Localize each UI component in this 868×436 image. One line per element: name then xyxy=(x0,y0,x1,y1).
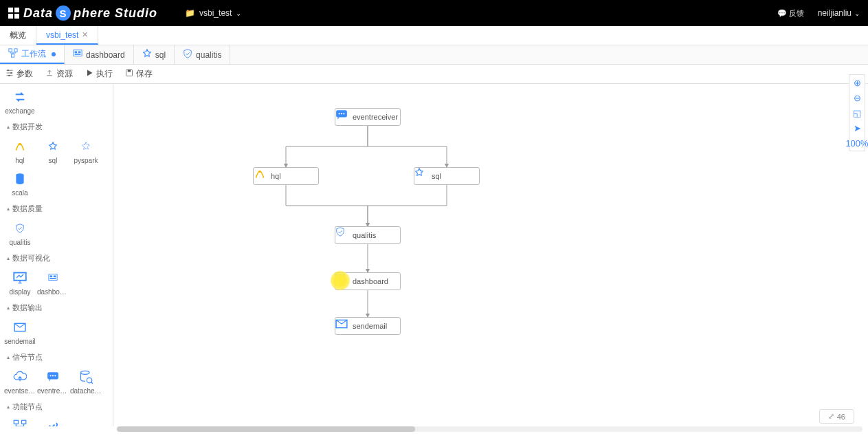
zoom-out-button[interactable]: ⊖ xyxy=(849,90,865,105)
palette-item-display[interactable]: display xyxy=(4,268,36,298)
palette-item-label: scala xyxy=(12,189,27,197)
palette-group-title[interactable]: 数据输出 xyxy=(4,298,109,317)
svg-point-24 xyxy=(81,371,90,374)
palette-item-dashboard[interactable]: dashboard xyxy=(37,268,69,298)
zoom-percent: 100% xyxy=(849,135,865,151)
palette-item-label: pyspark xyxy=(74,157,98,164)
palette-item-label: exchange xyxy=(5,107,34,115)
palette-item-scala[interactable]: scala xyxy=(4,168,36,199)
sub-tab-dashboard[interactable]: dashboard xyxy=(65,45,134,64)
edge xyxy=(368,185,447,226)
svg-rect-37 xyxy=(337,278,344,279)
footer-indicator[interactable]: ⤢ 46 xyxy=(819,409,854,424)
toolbar-执行[interactable]: 执行 xyxy=(85,68,113,80)
chat-icon: 💬 xyxy=(777,9,787,18)
project-selector[interactable]: 📁 vsbi_test ⌄ xyxy=(185,8,241,18)
user-menu[interactable]: neiljianliu ⌄ xyxy=(818,8,860,18)
flow-node-dashboard[interactable]: dashboard xyxy=(335,272,401,290)
flow-node-sendemail[interactable]: sendemail xyxy=(335,317,401,335)
sub-tab-label: sql xyxy=(155,50,166,60)
top-bar: Data S phere Studio 📁 vsbi_test ⌄ 💬 反馈 n… xyxy=(0,0,868,26)
shield-icon xyxy=(183,49,192,61)
palette-item-datachec...[interactable]: datachec... xyxy=(70,367,102,397)
palette-item-label: dashboard xyxy=(37,288,69,296)
flow-node-eventreceiver[interactable]: eventreceiver xyxy=(335,108,401,126)
cloud-up-icon xyxy=(12,369,27,384)
sub-tab-qualitis[interactable]: qualitis xyxy=(175,45,230,64)
palette-item-eventsen...[interactable]: eventsen... xyxy=(4,367,36,397)
sub-tab-工作流[interactable]: 工作流 xyxy=(0,45,65,64)
flow-canvas[interactable]: eventreceiverhqlsqlqualitisdashboardsend… xyxy=(113,84,868,426)
palette-group-title[interactable]: 功能节点 xyxy=(4,397,109,416)
palette-item-label: eventsen... xyxy=(4,387,36,395)
palette-item-label: sql xyxy=(49,157,58,164)
palette-item-eventrec...[interactable]: eventrec... xyxy=(37,367,69,397)
toolbar-label: 参数 xyxy=(16,68,33,80)
expand-icon: ⤢ xyxy=(828,412,834,421)
user-name: neiljianliu xyxy=(818,8,852,18)
svg-rect-36 xyxy=(341,276,344,278)
toolbar-资源[interactable]: 资源 xyxy=(45,68,73,80)
palette-item-sendemail[interactable]: sendemail xyxy=(4,317,36,348)
svg-point-31 xyxy=(341,113,342,114)
fit-button[interactable]: ◱ xyxy=(849,105,865,120)
palette-item-subflow[interactable]: subflow xyxy=(4,416,36,426)
app-grid-icon[interactable] xyxy=(8,8,19,19)
flow-node-qualitis[interactable]: qualitis xyxy=(335,226,401,244)
palette-item-sql[interactable]: sql xyxy=(37,136,69,167)
feedback-link[interactable]: 💬 反馈 xyxy=(777,8,804,19)
folder-icon: 📁 xyxy=(185,8,195,18)
zoom-in-button[interactable]: ⊕ xyxy=(849,75,865,90)
node-label: eventreceiver xyxy=(353,113,398,121)
flow-node-sql[interactable]: sql xyxy=(414,167,480,185)
star-icon xyxy=(45,139,60,154)
hive-icon xyxy=(258,171,267,181)
palette-item-label: eventrec... xyxy=(37,387,69,395)
sliders-icon xyxy=(5,69,14,79)
sub-tab-label: dashboard xyxy=(86,50,125,60)
palette-group-title[interactable]: 数据质量 xyxy=(4,199,109,218)
hive-icon xyxy=(12,139,27,154)
toolbar-label: 资源 xyxy=(56,68,73,80)
svg-point-30 xyxy=(339,113,340,114)
node-label: sendemail xyxy=(353,322,387,330)
star-outline-icon xyxy=(78,139,93,154)
palette-item-exchange[interactable]: exchange xyxy=(4,87,36,118)
node-label: sql xyxy=(432,172,441,180)
toolbar: 参数资源执行保存 xyxy=(0,65,868,84)
tab-label: 概览 xyxy=(10,30,26,41)
palette-item-label: hql xyxy=(15,157,24,164)
sub-tabs: 工作流dashboardsqlqualitis xyxy=(0,45,868,65)
svg-rect-1 xyxy=(14,49,17,52)
palette-item-qualitis[interactable]: qualitis xyxy=(4,218,36,249)
flow-node-hql[interactable]: hql xyxy=(253,167,319,185)
feedback-label: 反馈 xyxy=(789,8,804,19)
sub-tab-label: 工作流 xyxy=(21,48,46,60)
palette-group-title[interactable]: 数据可视化 xyxy=(4,249,109,268)
palette-item-hql[interactable]: hql xyxy=(4,136,36,167)
palette-item-pyspark[interactable]: pyspark xyxy=(70,136,102,167)
palette-item-label: datachec... xyxy=(70,387,102,395)
locate-button[interactable]: ➤ xyxy=(849,120,865,135)
horizontal-scrollbar[interactable] xyxy=(117,426,863,432)
main-tabs: 概览vsbi_test✕ xyxy=(0,26,868,45)
svg-rect-5 xyxy=(78,52,81,54)
palette-item-connector[interactable]: connector xyxy=(37,416,69,426)
main-tab-1[interactable]: vsbi_test✕ xyxy=(36,26,98,45)
palette-item-label: qualitis xyxy=(9,239,30,246)
svg-point-22 xyxy=(52,375,54,376)
palette-group-title[interactable]: 数据开发 xyxy=(4,118,109,136)
palette-group-title[interactable]: 信号节点 xyxy=(4,348,109,367)
shield-icon xyxy=(12,221,27,236)
logo-text-1: Data xyxy=(23,6,53,21)
palette-item-label: sendemail xyxy=(4,338,36,345)
logo-s-icon: S xyxy=(56,6,71,21)
svg-rect-16 xyxy=(50,276,53,278)
toolbar-保存[interactable]: 保存 xyxy=(125,68,153,80)
svg-rect-0 xyxy=(9,49,12,52)
main-tab-0[interactable]: 概览 xyxy=(0,26,36,45)
svg-point-9 xyxy=(8,75,10,76)
sub-tab-sql[interactable]: sql xyxy=(134,45,175,64)
close-icon[interactable]: ✕ xyxy=(82,30,88,39)
toolbar-参数[interactable]: 参数 xyxy=(5,68,33,80)
